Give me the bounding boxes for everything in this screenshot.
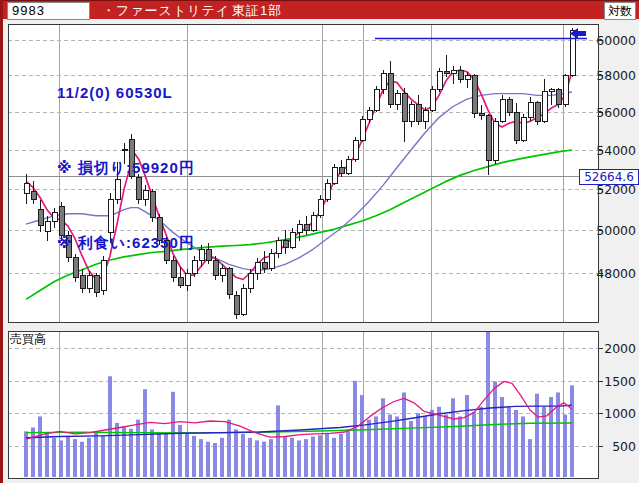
volume-tick-label: 500	[612, 439, 636, 454]
volume-bar	[80, 442, 84, 477]
volume-bar	[248, 438, 252, 477]
price-tick-label: 48000	[596, 266, 636, 281]
volume-bar	[290, 438, 294, 477]
title-bar: 9983 ・ ファーストリテイ 東証1部 対数	[0, 0, 639, 19]
volume-bar	[500, 397, 504, 477]
volume-bar	[339, 434, 343, 477]
volume-bar	[66, 437, 70, 477]
candle	[255, 262, 260, 273]
volume-bar	[101, 436, 105, 477]
candle	[451, 70, 456, 74]
candle	[556, 90, 561, 105]
volume-bar	[507, 407, 511, 477]
candle	[311, 216, 316, 231]
volume-panel-title: 売買高	[10, 333, 48, 346]
volume-bar	[129, 429, 133, 477]
candle	[38, 210, 43, 226]
volume-bar	[416, 413, 420, 477]
candle	[416, 105, 421, 122]
candle	[409, 105, 414, 122]
volume-bar	[395, 416, 399, 477]
volume-tick-label: 1000	[604, 406, 636, 421]
candle	[458, 70, 463, 79]
volume-bar	[122, 426, 126, 477]
candle	[262, 262, 267, 269]
price-tick-label: 56000	[596, 105, 636, 120]
volume-bar	[437, 407, 441, 477]
volume-tick-label: 2000	[604, 341, 636, 356]
candle	[444, 72, 449, 74]
volume-bar	[108, 376, 112, 477]
volume-bar	[283, 437, 287, 477]
volume-bar	[150, 429, 154, 477]
candle	[507, 99, 512, 112]
volume-bar	[157, 433, 161, 477]
volume-bar	[164, 434, 168, 477]
log-scale-toggle[interactable]: 対数	[604, 2, 636, 20]
candle	[486, 116, 491, 161]
volume-bar	[367, 420, 371, 477]
volume-bar	[563, 414, 567, 477]
volume-bar	[465, 395, 469, 477]
signal-date-label: 11/2(0) 60530L	[57, 80, 195, 105]
volume-bar	[528, 439, 532, 477]
volume-bar	[423, 416, 427, 477]
volume-bar	[409, 421, 413, 477]
candle	[241, 288, 246, 314]
volume-tick-label: 1500	[604, 374, 636, 389]
volume-bar	[52, 438, 56, 477]
volume-bar	[227, 420, 231, 477]
candle	[395, 94, 400, 105]
candle	[276, 241, 281, 254]
candle	[283, 241, 288, 247]
candle	[374, 90, 379, 110]
candle	[465, 75, 470, 79]
volume-bar	[451, 398, 455, 477]
volume-bar	[325, 433, 329, 477]
volume-bar	[486, 332, 490, 477]
candle	[381, 74, 386, 90]
volume-bar	[304, 439, 308, 477]
price-tick-label: 60000	[596, 33, 636, 48]
volume-bar	[353, 381, 357, 477]
volume-bar	[311, 437, 315, 477]
volume-bar	[514, 410, 518, 477]
candle	[227, 269, 232, 295]
volume-bar	[94, 433, 98, 477]
volume-bar	[171, 392, 175, 477]
candle	[430, 90, 435, 110]
volume-bar	[549, 397, 553, 477]
candle	[521, 118, 526, 141]
candle	[339, 168, 344, 174]
volume-bar	[199, 439, 203, 477]
candle	[45, 221, 50, 231]
candle	[563, 75, 568, 104]
take-profit-label: ※ 利食い:62350円	[57, 230, 195, 255]
candle	[535, 103, 540, 122]
volume-bar	[297, 440, 301, 477]
volume-bar	[542, 407, 546, 477]
candle	[248, 273, 253, 288]
volume-bar	[318, 435, 322, 477]
volume-bar	[255, 440, 259, 477]
candle	[290, 232, 295, 247]
price-axis-labels: 60000580005600054000520005000048000	[596, 33, 636, 281]
volume-bar	[521, 416, 525, 477]
stock-code-field[interactable]: 9983	[7, 2, 90, 20]
candle	[472, 75, 477, 114]
volume-bar	[87, 438, 91, 477]
candle	[332, 168, 337, 184]
candle	[213, 260, 218, 275]
volume-bar	[269, 439, 273, 477]
volume-bar	[185, 433, 189, 477]
candle	[360, 120, 365, 141]
candle	[437, 72, 442, 90]
volume-bar	[73, 439, 77, 477]
candle	[304, 224, 309, 230]
current-price-badge: 52664.6	[579, 169, 639, 185]
stock-name-label: ファーストリテイ	[116, 3, 230, 18]
volume-bar	[360, 395, 364, 477]
candle	[388, 74, 393, 105]
candle	[528, 103, 533, 118]
bullet-icon: ・	[102, 3, 115, 18]
